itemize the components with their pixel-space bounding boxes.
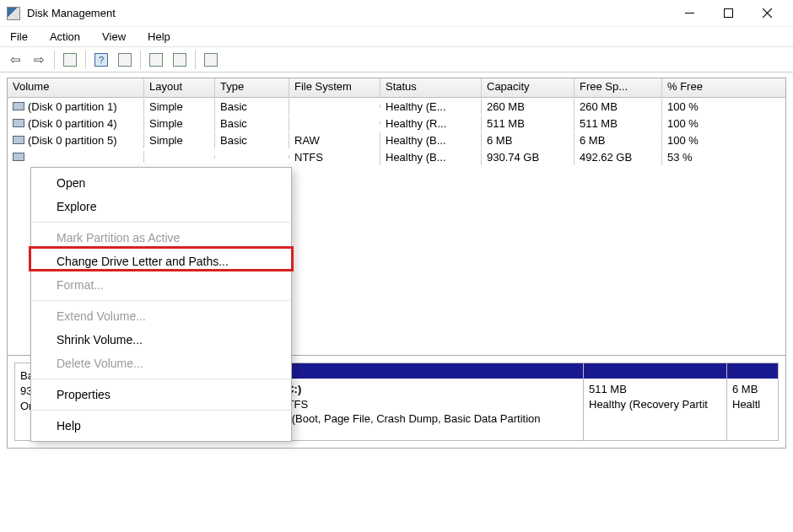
partition-3[interactable]: 511 MB Healthy (Recovery Partit [584, 363, 727, 440]
partition-title: dows (C:) [251, 382, 578, 397]
cell-fs [289, 121, 380, 125]
col-freespace[interactable]: Free Sp... [575, 78, 662, 97]
col-layout[interactable]: Layout [144, 78, 215, 97]
cell-layout: Simple [144, 116, 215, 132]
toolbar-icon-2[interactable] [115, 50, 135, 70]
toolbar-icon-5[interactable] [201, 50, 221, 70]
ctx-mark-active: Mark Partition as Active [31, 226, 291, 250]
table-row[interactable]: (Disk 0 partition 5)SimpleBasicRAWHealth… [8, 132, 785, 148]
menu-help[interactable]: Help [144, 29, 174, 45]
titlebar: Disk Management [0, 0, 793, 27]
col-volume[interactable]: Volume [8, 78, 144, 97]
cell-capacity: 930.74 GB [482, 149, 575, 165]
partition-bar-icon [727, 363, 778, 379]
partition-status: Healthy (Boot, Page File, Crash Dump, Ba… [251, 411, 578, 427]
partition-4[interactable]: 6 MB Healtl [727, 363, 778, 440]
partition-bar-icon [584, 363, 726, 379]
cell-capacity: 260 MB [482, 99, 575, 115]
forward-button[interactable]: ⇨ [29, 50, 49, 70]
table-row[interactable]: NTFSHealthy (B...930.74 GB492.62 GB53 % [8, 148, 785, 165]
toolbar-icon-4[interactable] [170, 50, 190, 70]
app-icon [7, 7, 20, 20]
ctx-shrink[interactable]: Shrink Volume... [31, 328, 291, 352]
menu-file[interactable]: File [7, 29, 31, 45]
partition-2[interactable]: dows (C:) 4 GB NTFS Healthy (Boot, Page … [246, 363, 584, 440]
cell-fs [289, 105, 380, 108]
cell-pct: 100 % [662, 132, 730, 148]
menu-action[interactable]: Action [46, 29, 84, 45]
drive-icon [13, 136, 24, 144]
ctx-separator [32, 300, 290, 301]
partition-sub: 4 GB NTFS [251, 397, 578, 412]
ctx-extend: Extend Volume... [31, 304, 291, 328]
cell-volume: (Disk 0 partition 5) [8, 132, 144, 148]
cell-text: (Disk 0 partition 1) [28, 100, 116, 113]
drive-icon [13, 153, 24, 161]
cell-status: Healthy (B... [380, 132, 482, 148]
drive-icon [13, 102, 24, 110]
cell-capacity: 511 MB [482, 116, 575, 132]
cell-volume [8, 151, 144, 163]
cell-type: Basic [215, 132, 289, 148]
minimize-button[interactable] [670, 0, 709, 27]
menubar: File Action View Help [0, 27, 793, 47]
ctx-open[interactable]: Open [31, 171, 291, 195]
ctx-delete: Delete Volume... [31, 352, 291, 375]
ctx-separator [32, 379, 290, 379]
table-row[interactable]: (Disk 0 partition 4)SimpleBasicHealthy (… [8, 115, 785, 132]
maximize-button[interactable] [709, 0, 747, 27]
drive-icon [13, 119, 24, 127]
col-status[interactable]: Status [380, 78, 482, 97]
cell-type [215, 155, 289, 159]
cell-layout [144, 155, 215, 159]
back-button[interactable]: ⇦ [5, 50, 25, 70]
partition-sub: 511 MB [589, 382, 721, 397]
cell-status: Healthy (R... [380, 116, 482, 132]
cell-layout: Simple [144, 99, 215, 115]
cell-type: Basic [215, 116, 289, 132]
cell-status: Healthy (E... [380, 99, 482, 115]
partition-status: Healtl [732, 397, 773, 412]
partition-sub: 6 MB [732, 382, 773, 397]
window-title: Disk Management [27, 7, 116, 19]
cell-text: (Disk 0 partition 4) [28, 117, 116, 130]
ctx-explore[interactable]: Explore [31, 195, 291, 218]
table-header: Volume Layout Type File System Status Ca… [8, 78, 785, 98]
ctx-properties[interactable]: Properties [31, 383, 291, 406]
table-row[interactable]: (Disk 0 partition 1)SimpleBasicHealthy (… [8, 98, 785, 115]
toolbar-icon-3[interactable] [146, 50, 166, 70]
cell-pct: 100 % [662, 99, 730, 115]
cell-free: 6 MB [575, 132, 662, 148]
context-menu: Open Explore Mark Partition as Active Ch… [30, 167, 292, 442]
col-type[interactable]: Type [215, 78, 289, 97]
cell-free: 511 MB [575, 116, 662, 132]
col-pctfree[interactable]: % Free [662, 78, 730, 97]
ctx-separator [32, 222, 290, 223]
close-button[interactable] [747, 0, 786, 27]
ctx-help[interactable]: Help [31, 414, 291, 438]
cell-pct: 100 % [662, 116, 730, 132]
col-capacity[interactable]: Capacity [482, 78, 575, 97]
cell-fs: NTFS [289, 149, 380, 165]
col-filesystem[interactable]: File System [289, 78, 380, 97]
cell-fs: RAW [289, 132, 380, 148]
cell-layout: Simple [144, 132, 215, 148]
menu-view[interactable]: View [99, 29, 129, 45]
cell-volume: (Disk 0 partition 4) [8, 116, 144, 132]
ctx-format: Format... [31, 273, 291, 297]
toolbar-icon-1[interactable] [60, 50, 80, 70]
partition-bar-icon [246, 363, 583, 379]
cell-type: Basic [215, 99, 289, 115]
cell-volume: (Disk 0 partition 1) [8, 99, 144, 115]
cell-capacity: 6 MB [482, 132, 575, 148]
cell-free: 492.62 GB [575, 149, 662, 165]
partition-status: Healthy (Recovery Partit [589, 397, 721, 412]
cell-pct: 53 % [662, 149, 730, 165]
cell-text: (Disk 0 partition 5) [28, 134, 116, 147]
toolbar: ⇦ ⇨ [0, 47, 793, 73]
ctx-change-drive-letter[interactable]: Change Drive Letter and Paths... [31, 250, 291, 273]
ctx-separator [32, 410, 290, 411]
svg-rect-1 [724, 9, 732, 18]
help-icon[interactable] [91, 50, 111, 70]
cell-free: 260 MB [575, 99, 662, 115]
